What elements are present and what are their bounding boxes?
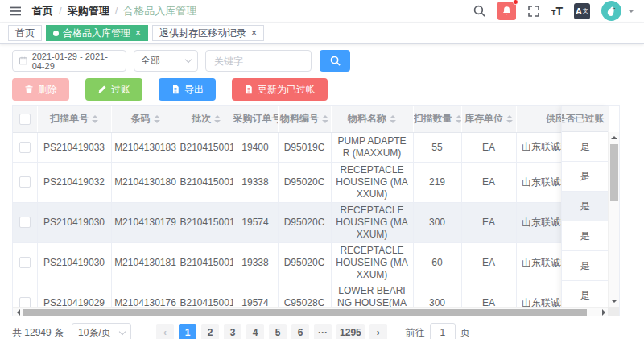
scroll-up-arrow[interactable] [609,132,620,143]
user-avatar[interactable] [601,1,621,21]
page-button[interactable]: 1295 [336,324,365,339]
column-scan-no[interactable]: 扫描单号 [37,106,111,132]
post-button[interactable]: 过账 [85,78,142,101]
row-checkbox[interactable] [19,142,31,153]
page-button[interactable]: 1 [179,324,196,339]
action-toolbar: 删除 过账 导出 更新为已过帐 [12,78,632,101]
column-qty[interactable]: 扫描数量 [413,106,461,132]
row-checkbox[interactable] [19,217,31,228]
cell-batch: B210415001 [180,142,233,153]
cell-posted: 是 [562,132,608,162]
sort-icon[interactable] [92,115,98,123]
table-scroll-area: 扫描单号 条码 批次 采购订单号 物料编号 物料名称 扫描数量 库存单位 供应商… [13,106,609,307]
category-select[interactable]: 全部 [134,50,198,72]
table-row[interactable]: PS210419033 M2104130183 B210415001 19400… [13,132,609,162]
page-button[interactable]: 3 [224,324,242,339]
cell-scan-no: PS210419030 [43,217,105,228]
breadcrumb-separator: / [115,5,118,17]
cell-posted: 是 [562,192,608,221]
page-size-value: 10条/页 [78,326,111,339]
sort-icon[interactable] [456,115,462,123]
sort-icon[interactable] [214,115,221,123]
total-count: 共 12949 条 [12,326,64,339]
column-material-no[interactable]: 物料编号 [278,106,331,132]
page-button[interactable]: 5 [269,324,287,339]
vertical-scroll-thumb[interactable] [610,144,618,201]
page-button[interactable]: 2 [201,324,219,339]
next-page-button[interactable]: › [369,324,387,339]
hamburger-menu-icon[interactable] [10,5,23,18]
delete-button[interactable]: 删除 [12,78,69,101]
page-size-select[interactable]: 10条/页 [72,323,131,339]
column-material-name[interactable]: 物料名称 [331,106,413,132]
cell-material-name: PUMP ADAPTER (MAXXUM) [337,135,406,159]
trash-icon [24,85,34,94]
sort-icon[interactable] [390,115,396,123]
vertical-scrollbar[interactable] [608,132,619,307]
sort-icon[interactable] [154,115,160,123]
update-posted-button[interactable]: 更新为已过帐 [232,78,328,101]
goto-suffix: 页 [460,326,470,339]
cell-unit: EA [482,257,495,268]
column-batch[interactable]: 批次 [180,106,233,132]
sort-icon[interactable] [322,115,328,123]
column-posted[interactable]: 是否已过账 [562,106,608,132]
data-table: 扫描单号 条码 批次 采购订单号 物料编号 物料名称 扫描数量 库存单位 供应商… [12,105,620,316]
breadcrumb-purchase[interactable]: 采购管理 [68,4,109,19]
view-tab[interactable]: 首页 [8,25,42,41]
keyword-input[interactable] [205,50,312,72]
table-row[interactable]: PS210419030 M2104130179 B210415001 19574… [13,202,609,242]
breadcrumb-home[interactable]: 首页 [32,4,53,19]
column-unit[interactable]: 库存单位 [461,106,516,132]
horizontal-scroll-thumb[interactable] [23,309,587,316]
avatar-dropdown-caret[interactable] [628,10,634,16]
cell-posted: 是 [562,162,608,192]
table-row[interactable]: PS210419032 M2104130180 B210415001 19338… [13,162,609,202]
language-switch-icon[interactable]: A文 [574,3,590,19]
document-icon [244,85,254,94]
tab-close-icon[interactable]: × [251,28,257,38]
horizontal-scrollbar[interactable] [13,307,609,316]
column-po-no[interactable]: 采购订单号 [233,106,278,132]
table-row[interactable]: PS210419029 M2104130176 B210415001 19574… [13,283,609,307]
cell-unit: EA [482,176,495,188]
column-barcode[interactable]: 条码 [111,106,180,132]
cell-qty: 300 [429,217,445,228]
page-button[interactable]: 4 [246,324,264,339]
scroll-left-arrow[interactable] [13,308,23,317]
goto-page: 前往 页 [406,323,470,339]
cell-material-no: D95020C [284,176,325,188]
search-icon[interactable] [473,4,486,18]
scroll-down-arrow[interactable] [609,296,620,307]
cell-po-no: 19400 [242,142,268,153]
row-checkbox[interactable] [19,176,31,188]
cell-barcode: M2104130176 [114,297,176,307]
row-checkbox[interactable] [19,257,31,268]
sort-icon[interactable] [506,115,513,123]
select-all-checkbox[interactable] [19,114,31,125]
breadcrumb-separator: / [59,5,62,17]
cell-material-name: RECEPTACLE HOUSEING (MAXXUM) [336,205,407,240]
sort-icon[interactable] [608,115,609,123]
notification-bell-icon[interactable] [497,2,516,20]
font-size-icon[interactable]: TT [551,5,563,18]
breadcrumb-current: 合格品入库管理 [123,4,196,19]
cell-batch: B210415001 [180,176,233,188]
table-row[interactable]: PS210419030 M2104130181 B210415001 19338… [13,242,609,283]
goto-page-input[interactable] [430,323,456,339]
tab-close-icon[interactable]: × [135,28,141,38]
pager-ellipsis[interactable]: ··· [314,324,332,339]
search-button[interactable] [320,50,350,72]
prev-page-button[interactable]: ‹ [156,324,174,339]
view-tab[interactable]: 退供封存区移动记录 × [152,25,264,41]
view-tab[interactable]: 合格品入库管理 × [46,25,148,41]
page-button[interactable]: 6 [291,324,309,339]
date-range-picker[interactable]: 2021-01-29 - 2021-04-29 [12,50,126,72]
row-checkbox[interactable] [19,297,31,307]
fullscreen-icon[interactable] [527,5,540,18]
fixed-posted-column: 是否已过账 是是是是是是 [561,106,608,307]
cell-batch: B210415001 [180,257,233,268]
chevron-down-icon [185,56,192,63]
export-button[interactable]: 导出 [159,78,216,101]
search-icon [329,55,341,67]
